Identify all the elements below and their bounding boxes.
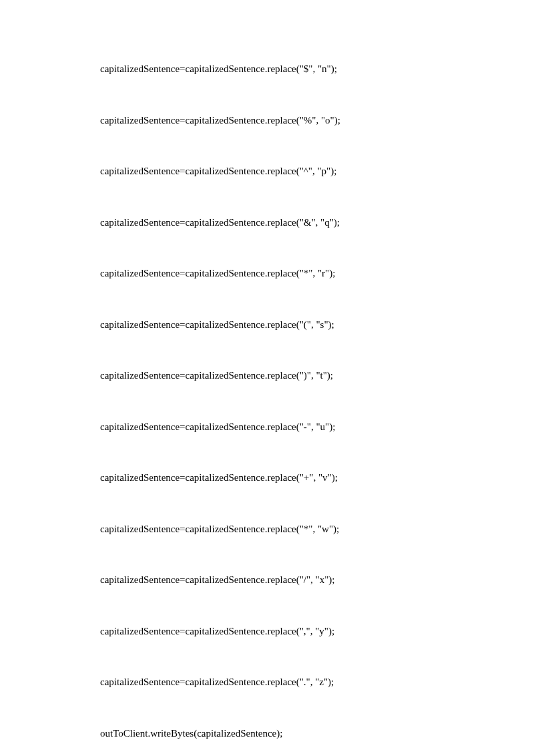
code-line: outToClient.writeBytes(capitalizedSenten… <box>100 725 534 743</box>
code-line: capitalizedSentence=capitalizedSentence.… <box>100 623 534 640</box>
code-line: capitalizedSentence=capitalizedSentence.… <box>100 163 534 180</box>
code-line: capitalizedSentence=capitalizedSentence.… <box>100 572 534 589</box>
code-line: capitalizedSentence=capitalizedSentence.… <box>100 265 534 282</box>
code-line: capitalizedSentence=capitalizedSentence.… <box>100 521 534 538</box>
code-line: capitalizedSentence=capitalizedSentence.… <box>100 674 534 691</box>
code-line: capitalizedSentence=capitalizedSentence.… <box>100 419 534 436</box>
code-snippet-top: capitalizedSentence=capitalizedSentence.… <box>100 27 534 756</box>
code-line: capitalizedSentence=capitalizedSentence.… <box>100 367 534 385</box>
code-line: capitalizedSentence=capitalizedSentence.… <box>100 61 534 78</box>
code-line: capitalizedSentence=capitalizedSentence.… <box>100 112 534 130</box>
code-line: capitalizedSentence=capitalizedSentence.… <box>100 317 534 334</box>
code-line: capitalizedSentence=capitalizedSentence.… <box>100 214 534 232</box>
code-line: capitalizedSentence=capitalizedSentence.… <box>100 469 534 487</box>
